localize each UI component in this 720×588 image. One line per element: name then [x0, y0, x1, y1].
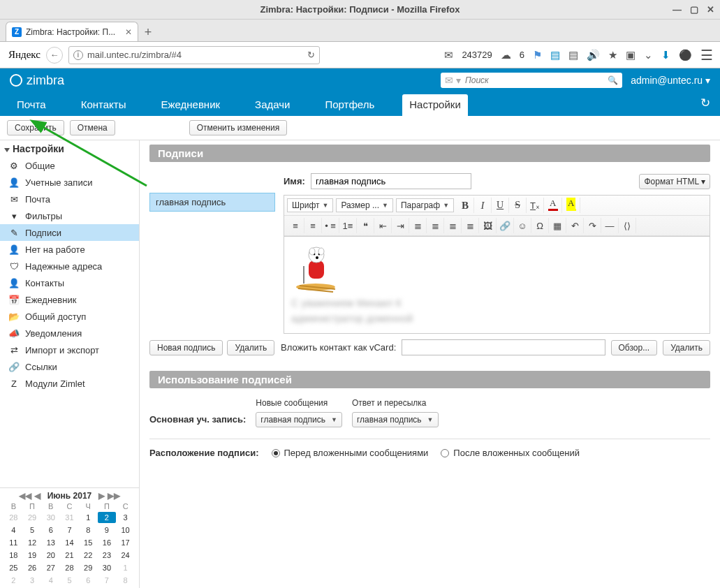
bg-color-button[interactable]: A	[562, 198, 580, 213]
cal-day[interactable]: 30	[98, 562, 117, 573]
zimbra-refresh-icon[interactable]: ↻	[700, 96, 710, 116]
cal-day[interactable]: 11	[4, 537, 23, 548]
image-icon[interactable]: 🖼	[479, 218, 497, 233]
cancel-button[interactable]: Отмена	[70, 120, 115, 135]
cal-day[interactable]: 15	[79, 537, 98, 548]
delete-vcard-button[interactable]: Удалить	[663, 340, 710, 355]
italic-button[interactable]: I	[474, 198, 492, 213]
cal-day-next[interactable]: 2	[4, 575, 23, 586]
cal-day-next[interactable]: 5	[60, 575, 79, 586]
yandex-label[interactable]: Яндекс	[8, 49, 41, 61]
cal-day[interactable]: 26	[23, 562, 42, 573]
cal-day[interactable]: 17	[116, 537, 135, 548]
cal-day-prev[interactable]: 28	[4, 512, 23, 523]
cal-day[interactable]: 23	[98, 550, 117, 561]
cal-day-next[interactable]: 3	[23, 575, 42, 586]
info-icon[interactable]: i	[73, 50, 83, 60]
cal-day[interactable]: 29	[79, 562, 98, 573]
placement-after-radio[interactable]: После вложенных сообщений	[441, 448, 580, 458]
reply-select[interactable]: главная подпись▼	[352, 412, 439, 427]
number-list-button[interactable]: 1≡	[339, 218, 357, 233]
cal-day[interactable]: 19	[23, 550, 42, 561]
cal-day[interactable]: 27	[41, 562, 60, 573]
sidebar-item-5[interactable]: 👤Нет на работе	[0, 241, 139, 258]
signature-name-input[interactable]	[311, 173, 471, 189]
browse-button[interactable]: Обзор...	[611, 340, 658, 355]
sidebar-item-7[interactable]: 👤Контакты	[0, 274, 139, 291]
text-color-button[interactable]: A	[544, 198, 562, 213]
undo-icon[interactable]: ↶	[566, 218, 584, 233]
weather-icon[interactable]: ☁	[501, 49, 511, 61]
vcard-input[interactable]	[402, 339, 605, 355]
cal-day[interactable]: 28	[60, 562, 79, 573]
cal-next-year[interactable]: ▶▶	[108, 491, 120, 501]
new-msg-select[interactable]: главная подпись▼	[256, 412, 342, 427]
ext-icon-2[interactable]: ▤	[550, 49, 560, 61]
cal-day[interactable]: 7	[60, 524, 79, 536]
tab-mail[interactable]: Почта	[10, 94, 53, 116]
cal-day-prev[interactable]: 29	[23, 512, 42, 523]
cal-day[interactable]: 24	[116, 550, 135, 561]
font-select[interactable]: Шрифт▼	[287, 198, 333, 212]
sidebar-item-10[interactable]: 📣Уведомления	[0, 325, 139, 341]
search-scope-icon[interactable]: ✉ ▾	[445, 75, 461, 86]
cal-day[interactable]: 1	[79, 512, 98, 523]
ext-icon-4[interactable]: 🔊	[587, 49, 600, 61]
code-icon[interactable]: ⟨⟩	[619, 218, 636, 233]
sidebar-item-9[interactable]: 📂Общий доступ	[0, 308, 139, 325]
cal-prev-year[interactable]: ◀◀	[19, 491, 31, 501]
cal-day[interactable]: 14	[60, 537, 79, 548]
cal-prev-month[interactable]: ◀	[34, 491, 41, 501]
placement-before-radio[interactable]: Перед вложенными сообщениями	[272, 448, 429, 458]
cal-day[interactable]: 13	[41, 537, 60, 548]
search-icon[interactable]: 🔍	[608, 75, 618, 85]
ext-icon-5[interactable]: ★	[608, 49, 617, 61]
link-icon[interactable]: 🔗	[497, 218, 514, 233]
cal-day[interactable]: 8	[79, 524, 98, 536]
sidebar-item-6[interactable]: 🛡Надежные адреса	[0, 258, 139, 274]
ext-icon-1[interactable]: ⚑	[533, 49, 542, 61]
bullet-list-button[interactable]: • ≡	[322, 218, 339, 233]
zimbra-search[interactable]: ✉ ▾ 🔍	[441, 73, 622, 88]
save-button[interactable]: Сохранить	[7, 120, 64, 135]
cal-day[interactable]: 6	[41, 524, 60, 536]
cal-day[interactable]: 20	[41, 550, 60, 561]
browser-tab[interactable]: Z Zimbra: Настройки: П... ✕	[6, 22, 138, 41]
align-r-icon[interactable]: ≣	[444, 218, 462, 233]
minimize-icon[interactable]: —	[673, 4, 682, 15]
zimbra-logo[interactable]: zimbra	[10, 73, 64, 88]
sidebar-item-13[interactable]: ZМодули Zimlet	[0, 375, 139, 392]
tab-briefcase[interactable]: Портфель	[318, 94, 381, 116]
sidebar-item-1[interactable]: 👤Учетные записи	[0, 174, 139, 191]
redo-icon[interactable]: ↷	[584, 218, 601, 233]
align-c-icon[interactable]: ≣	[427, 218, 444, 233]
sidebar-item-3[interactable]: ▾Фильтры	[0, 207, 139, 224]
tab-contacts[interactable]: Контакты	[74, 94, 133, 116]
url-bar[interactable]: i mail.untec.ru/zimbra/#4 ↻	[68, 46, 320, 64]
sidebar-item-2[interactable]: ✉Почта	[0, 191, 139, 207]
indent-button[interactable]: ⇥	[392, 218, 409, 233]
cal-next-month[interactable]: ▶	[98, 491, 105, 501]
cal-day-next[interactable]: 6	[79, 575, 98, 586]
back-button[interactable]: ←	[46, 47, 63, 64]
sidebar-item-11[interactable]: ⇄Импорт и экспорт	[0, 341, 139, 358]
cal-day[interactable]: 10	[116, 524, 135, 536]
cal-day-next[interactable]: 8	[116, 575, 135, 586]
new-signature-button[interactable]: Новая подпись	[149, 340, 223, 355]
cal-day[interactable]: 12	[23, 537, 42, 548]
cal-day-next[interactable]: 4	[41, 575, 60, 586]
cal-day[interactable]: 18	[4, 550, 23, 561]
sidebar-title[interactable]: Настройки	[0, 140, 139, 157]
tab-settings[interactable]: Настройки	[402, 94, 468, 116]
download-icon[interactable]: ⬇	[661, 49, 670, 61]
sidebar-item-4[interactable]: ✎Подписи	[0, 224, 139, 241]
cal-day[interactable]: 5	[23, 524, 42, 536]
hr-icon[interactable]: —	[601, 218, 619, 233]
format-select[interactable]: Формат HTML ▾	[639, 174, 710, 189]
search-input[interactable]	[465, 75, 608, 85]
emoji-icon[interactable]: ☺	[514, 218, 531, 233]
align-j-icon[interactable]: ≣	[462, 218, 479, 233]
sidebar-item-8[interactable]: 📅Ежедневник	[0, 291, 139, 308]
cal-day[interactable]: 3	[116, 512, 135, 523]
maximize-icon[interactable]: ▢	[690, 4, 698, 15]
